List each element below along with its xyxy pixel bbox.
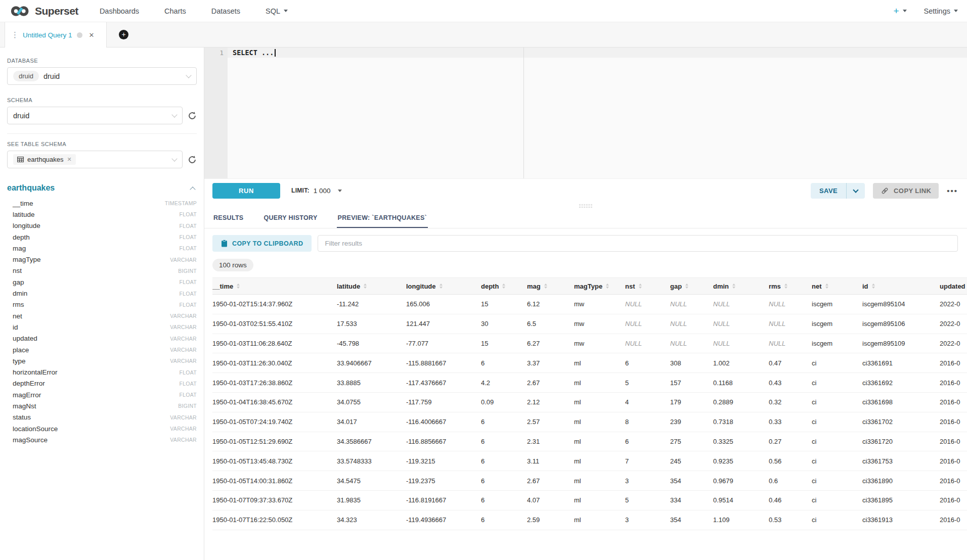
grid-column-header[interactable]: mag: [527, 283, 574, 290]
grid-column-header[interactable]: latitude: [337, 283, 406, 290]
sort-icon[interactable]: [732, 284, 735, 289]
table-column-row: updated VARCHAR: [7, 333, 197, 344]
result-tab[interactable]: QUERY HISTORY: [263, 209, 319, 228]
grid-cell: 6: [625, 438, 670, 445]
grid-cell: 0.46: [769, 496, 812, 504]
sort-icon[interactable]: [639, 284, 642, 289]
nav-item[interactable]: Datasets: [211, 7, 240, 15]
editor-split-divider[interactable]: [523, 48, 524, 178]
schema-select[interactable]: druid: [7, 107, 183, 124]
result-tab[interactable]: PREVIEW: `EARTHQUAKES`: [337, 209, 428, 228]
save-options-button[interactable]: [847, 183, 865, 199]
result-tab[interactable]: RESULTS: [212, 209, 245, 228]
grid-cell: ci3361895: [862, 496, 940, 504]
schema-value: druid: [13, 112, 29, 120]
copy-link-label: COPY LINK: [894, 187, 931, 195]
grid-column-header[interactable]: rms: [769, 283, 812, 290]
grid-cell: mw: [574, 300, 625, 308]
nav-item[interactable]: Dashboards: [100, 7, 139, 15]
sql-lab-app: Superset Dashboards Charts Datasets SQL: [0, 0, 967, 560]
sort-icon[interactable]: [825, 284, 828, 289]
grid-column-header[interactable]: depth: [481, 283, 527, 290]
collapse-table-icon[interactable]: [190, 186, 195, 192]
chevron-down-icon: [186, 72, 191, 78]
save-button[interactable]: SAVE: [811, 183, 846, 199]
sql-editor[interactable]: 1 SELECT ...: [204, 48, 967, 179]
grid-column-header[interactable]: id: [862, 283, 940, 290]
chevron-down-icon: [171, 156, 177, 161]
remove-table-icon[interactable]: ✕: [67, 156, 72, 163]
grid-cell: 2022-0: [940, 300, 967, 308]
limit-dropdown[interactable]: LIMIT: 1 000: [291, 187, 342, 195]
database-select[interactable]: druid druid: [7, 67, 197, 85]
nav-item[interactable]: Charts: [164, 7, 186, 15]
drag-handle-icon[interactable]: ⋮: [11, 30, 18, 39]
grid-cell: ml: [574, 418, 625, 426]
grid-cell: -116.8191667: [406, 496, 481, 504]
grid-header: __time latitude longitude depth: [212, 277, 967, 295]
grid-cell: 0.33: [769, 418, 812, 426]
sort-icon[interactable]: [439, 284, 443, 289]
refresh-schema-button[interactable]: [188, 111, 197, 120]
sort-icon[interactable]: [237, 284, 240, 289]
sort-icon[interactable]: [872, 284, 875, 289]
tab-untitled-query[interactable]: ⋮ Untitled Query 1 ✕: [5, 22, 107, 48]
grid-column-header[interactable]: gap: [670, 283, 713, 290]
settings-menu[interactable]: Settings: [924, 7, 958, 15]
grid-column-label: rms: [769, 283, 781, 290]
grid-cell: ci: [812, 477, 862, 485]
pane-resize-handle[interactable]: [579, 204, 592, 208]
column-name: depth: [13, 234, 30, 241]
copy-to-clipboard-button[interactable]: COPY TO CLIPBOARD: [212, 235, 312, 252]
grid-cell: 308: [670, 359, 713, 367]
grid-cell: 1950-01-03T11:26:30.040Z: [212, 359, 337, 367]
grid-cell: 4: [625, 398, 670, 406]
grid-cell: 0.56: [769, 457, 812, 465]
sort-icon[interactable]: [685, 284, 688, 289]
table-select[interactable]: earthquakes ✕: [7, 151, 183, 168]
grid-cell: 17.533: [337, 320, 406, 328]
nav-item[interactable]: SQL: [266, 7, 288, 15]
run-button[interactable]: RUN: [212, 183, 280, 199]
grid-cell: 2.67: [527, 477, 574, 485]
sort-icon[interactable]: [502, 284, 505, 289]
more-actions-button[interactable]: •••: [947, 186, 958, 195]
sort-icon[interactable]: [544, 284, 547, 289]
grid-column-header[interactable]: net: [812, 283, 862, 290]
grid-cell: 6: [481, 496, 527, 504]
sort-icon[interactable]: [606, 284, 609, 289]
sort-icon[interactable]: [784, 284, 787, 289]
superset-logo[interactable]: Superset: [9, 5, 78, 18]
grid-cell: 33.9406667: [337, 359, 406, 367]
refresh-tables-button[interactable]: [188, 155, 197, 164]
grid-cell: 6.12: [527, 300, 574, 308]
grid-column-header[interactable]: dmin: [713, 283, 769, 290]
grid-cell: 1950-01-03T17:26:38.860Z: [212, 379, 337, 387]
grid-column-header[interactable]: magType: [574, 283, 625, 290]
new-item-button[interactable]: +: [893, 6, 906, 16]
filter-results-input[interactable]: [318, 235, 958, 252]
column-type: VARCHAR: [170, 414, 197, 421]
close-tab-icon[interactable]: ✕: [89, 31, 95, 39]
sort-icon[interactable]: [364, 284, 367, 289]
grid-cell: 3.37: [527, 359, 574, 367]
grid-cell: ci: [812, 457, 862, 465]
grid-cell: ml: [574, 438, 625, 445]
chevron-down-icon: [954, 10, 958, 12]
table-name-heading[interactable]: earthquakes: [7, 183, 55, 193]
grid-column-header[interactable]: updated: [940, 283, 967, 290]
grid-cell: 0.32: [769, 398, 812, 406]
copy-link-button[interactable]: COPY LINK: [873, 183, 939, 199]
grid-column-header[interactable]: nst: [625, 283, 670, 290]
grid-cell: 3: [625, 516, 670, 524]
table-column-row: dmin FLOAT: [7, 288, 197, 299]
table-column-row: status VARCHAR: [7, 412, 197, 423]
grid-cell: ml: [574, 496, 625, 504]
column-type: BIGINT: [178, 403, 197, 409]
grid-column-header[interactable]: __time: [212, 283, 337, 290]
column-type: VARCHAR: [170, 437, 197, 443]
grid-cell: iscgem: [812, 320, 862, 328]
add-tab-button[interactable]: +: [119, 30, 128, 39]
chevron-down-icon: [284, 10, 288, 12]
grid-column-header[interactable]: longitude: [406, 283, 481, 290]
